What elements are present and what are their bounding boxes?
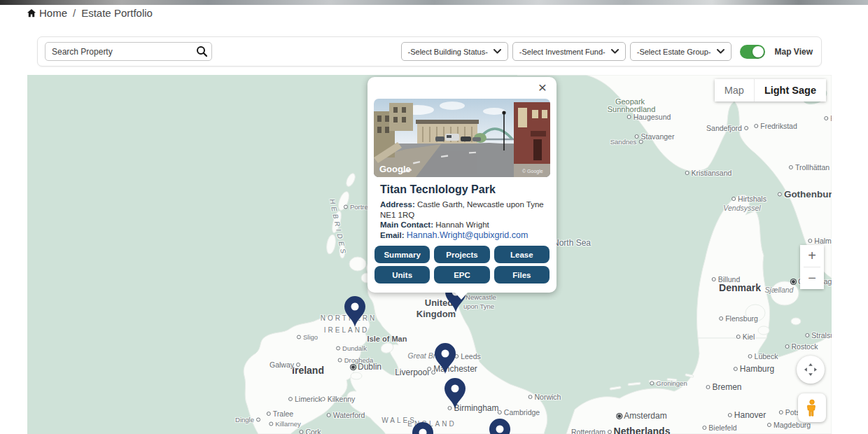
map-label: Kiel: [736, 332, 755, 341]
map-label: Sandefjord: [706, 124, 748, 132]
filter-bar: -Select Building Status--Select Investme…: [37, 36, 822, 66]
map-label: Leeds: [454, 352, 481, 360]
map-label: Kristiansand: [685, 169, 732, 177]
toggle-knob: [752, 46, 764, 57]
estate-group-selected-value: -Select Estate Group-: [637, 48, 711, 56]
lease-button[interactable]: Lease: [494, 246, 550, 263]
property-info-popup: ×: [368, 77, 556, 293]
map-label: North Sea: [553, 238, 591, 248]
breadcrumb-separator: /: [71, 7, 78, 19]
map-label: Sjælland: [765, 286, 794, 294]
map-label: Kilkenny: [321, 395, 356, 403]
google-watermark: Google: [379, 164, 411, 174]
map-view-label: Map View: [775, 47, 813, 57]
zoom-in-button[interactable]: +: [800, 245, 824, 267]
search-property-field: [45, 42, 212, 61]
breadcrumb-current: Estate Portfolio: [81, 7, 153, 19]
search-input[interactable]: [45, 42, 212, 61]
pan-control-button[interactable]: [797, 356, 825, 384]
building-status-selected-value: -Select Building Status-: [408, 48, 488, 56]
property-map-pin[interactable]: [343, 296, 367, 330]
map-label: Amsterdam: [617, 411, 666, 421]
property-map-pin[interactable]: [411, 422, 435, 434]
map-label: Groningen: [650, 379, 687, 387]
map-label: Haugesund: [627, 113, 671, 121]
breadcrumb-home-link[interactable]: Home: [27, 7, 67, 19]
property-photo: Google © Google: [374, 99, 550, 177]
map-label: Flensburg: [719, 314, 758, 323]
map-label: Killarney: [269, 420, 300, 428]
map-label: Hanover: [728, 410, 766, 420]
map-label: Halmstad: [808, 237, 832, 245]
files-button[interactable]: Files: [494, 266, 550, 284]
map-label: Bremen: [706, 382, 741, 392]
map-label: Stralsund: [805, 331, 832, 340]
map-label: Karlstad: [824, 114, 832, 122]
map-label: Drogheda: [338, 356, 374, 364]
home-icon: [27, 8, 36, 18]
map-label: Waterford: [327, 411, 365, 419]
map-label: Limerick: [288, 395, 322, 403]
map-label: Tralee: [267, 410, 293, 418]
map-label: Newcastle: [465, 293, 496, 301]
map-label: Cork: [299, 428, 321, 434]
property-email: Email: Hannah.Wright@qubixgrid.com: [380, 230, 544, 241]
epc-button[interactable]: EPC: [434, 266, 489, 284]
map-label: Dingle: [235, 416, 260, 424]
projects-button[interactable]: Projects: [434, 246, 489, 263]
map-label: Cambridge: [498, 408, 540, 416]
map-label: Lübeck: [748, 352, 778, 360]
map-label: Trollhättan: [789, 163, 830, 172]
map-label: Gothenburg: [778, 189, 832, 200]
pan-arrows-icon: [803, 362, 818, 377]
map-label: Sandnes: [610, 138, 643, 146]
map-label: Netherlands: [614, 426, 671, 434]
breadcrumb-home-label: Home: [39, 7, 67, 19]
google-copyright: © Google: [522, 169, 543, 174]
investment-fund-selected-value: -Select Investment Fund-: [519, 48, 606, 56]
map-label: Rostock: [785, 342, 818, 351]
property-map-pin[interactable]: [433, 343, 457, 377]
email-link[interactable]: Hannah.Wright@qubixgrid.com: [407, 230, 528, 240]
map-label: Isle of Man: [368, 335, 407, 343]
map-type-control: MapLight Sage: [715, 79, 826, 102]
popup-tail: [455, 293, 468, 300]
map-label: Vendsyssel: [723, 204, 760, 212]
pegman-icon: [804, 399, 820, 417]
map-label: Sligo: [297, 333, 318, 341]
property-address: Address: Castle Garth, Newcastle upon Ty…: [380, 200, 544, 220]
map-type-light-sage[interactable]: Light Sage: [754, 79, 826, 102]
map-label: Bielefeld: [702, 424, 736, 432]
map-label: Hamburg: [734, 364, 774, 374]
property-map-pin[interactable]: [443, 378, 467, 412]
estate-group-select[interactable]: -Select Estate Group-: [630, 42, 732, 61]
map-label: upon Tyne: [463, 302, 494, 310]
property-map-pin[interactable]: [488, 419, 512, 434]
map-label: Rotterdam: [571, 428, 612, 434]
zoom-out-button[interactable]: −: [800, 267, 824, 289]
property-contact: Main Contact: Hannah Wright: [380, 220, 544, 230]
map-label: Hirtshals: [732, 195, 766, 203]
map-label: Denmark: [719, 282, 761, 293]
breadcrumb: Home / Estate Portfolio: [27, 7, 153, 19]
map-canvas[interactable]: GeoparkSunnhordlandHaugesundSandefjordFr…: [27, 75, 832, 434]
map-label: Galway: [270, 360, 300, 369]
search-icon[interactable]: [196, 46, 208, 57]
building-status-select[interactable]: -Select Building Status-: [401, 42, 508, 61]
window-top-strip: [0, 0, 868, 5]
map-view-toggle[interactable]: [740, 45, 765, 59]
close-icon[interactable]: ×: [536, 78, 550, 97]
investment-fund-select[interactable]: -Select Investment Fund-: [512, 42, 626, 61]
chevron-down-icon: [717, 49, 724, 54]
property-action-buttons: SummaryProjectsLeaseUnitsEPCFiles: [368, 240, 556, 284]
summary-button[interactable]: Summary: [374, 246, 430, 263]
chevron-down-icon: [493, 49, 501, 54]
map-label: Dundalk: [336, 344, 367, 352]
pegman-control[interactable]: [798, 393, 826, 422]
map-label: Norwich: [528, 393, 561, 401]
zoom-control: + −: [800, 245, 824, 289]
property-title: Titan Tecnlology Park: [380, 183, 544, 196]
units-button[interactable]: Units: [374, 266, 430, 284]
map-type-map[interactable]: Map: [715, 79, 754, 102]
chevron-down-icon: [611, 49, 619, 54]
